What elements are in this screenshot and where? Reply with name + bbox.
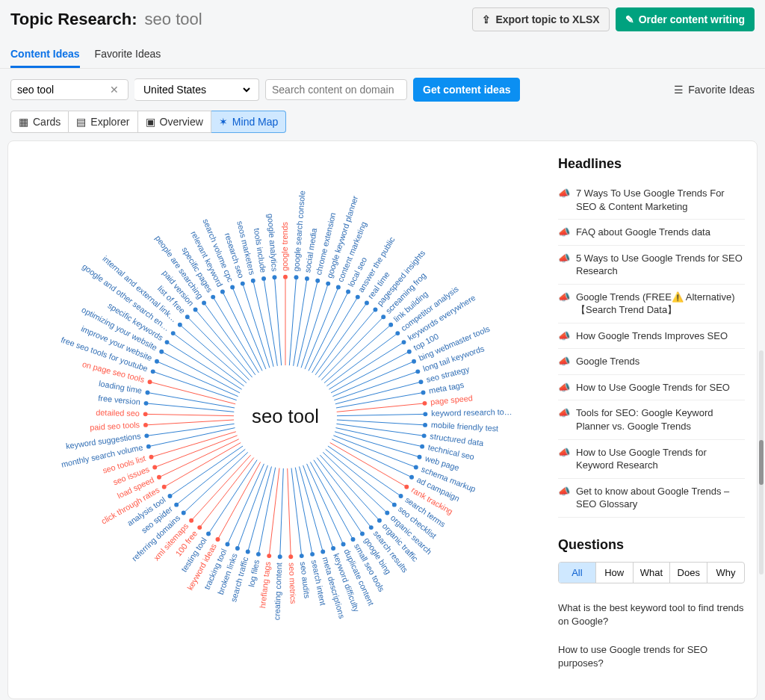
- spoke-dot: [423, 412, 427, 416]
- spoke-line: [291, 468, 302, 557]
- spoke-label[interactable]: mobile friendly test: [431, 420, 499, 433]
- spoke-label[interactable]: seo audits: [299, 561, 312, 599]
- spoke-line: [280, 468, 284, 557]
- spoke-label[interactable]: creating content: [272, 563, 283, 620]
- spoke-dot: [159, 350, 164, 354]
- scrollbar-thumb[interactable]: [759, 440, 764, 485]
- tab-content-ideas[interactable]: Content Ideas: [10, 42, 80, 68]
- spoke-line: [315, 303, 367, 375]
- headline-item[interactable]: 📣Google Trends (FREE⚠️ Alternative)【Sear…: [558, 285, 745, 323]
- spoke-line: [317, 458, 371, 528]
- spoke-dot: [185, 315, 190, 319]
- spoke-line: [323, 452, 387, 512]
- mindmap-svg: seo tool google trendsgoogle search cons…: [20, 150, 551, 684]
- spoke-label[interactable]: detailed seo: [96, 408, 140, 418]
- view-overview[interactable]: ▣ Overview: [138, 111, 211, 133]
- spoke-dot: [151, 369, 155, 374]
- spoke-line: [176, 449, 245, 504]
- clear-query-icon[interactable]: ✕: [107, 84, 122, 96]
- spoke-dot: [146, 391, 150, 395]
- spoke-line: [295, 468, 312, 554]
- spoke-label[interactable]: hreflang tags: [258, 561, 272, 609]
- spoke-line: [204, 303, 255, 375]
- spoke-dot: [267, 554, 271, 558]
- spoke-dot: [162, 485, 167, 489]
- spoke-dot: [356, 295, 360, 300]
- spoke-line: [320, 455, 380, 521]
- spoke-line: [146, 420, 234, 425]
- export-xlsx-label: Export topic to XLSX: [495, 13, 599, 25]
- headline-text: 5 Ways to Use Google Trends for SEO Rese…: [576, 252, 745, 278]
- spoke-dot: [315, 279, 320, 283]
- spoke-dot: [189, 518, 193, 523]
- country-select[interactable]: United States: [140, 83, 253, 96]
- spoke-label[interactable]: free version: [98, 394, 140, 406]
- headline-item[interactable]: 📣Tools for SEO: Google Keyword Planner v…: [558, 400, 745, 439]
- spoke-label[interactable]: keyword research to…: [431, 407, 512, 418]
- spoke-line: [149, 428, 235, 447]
- spoke-dot: [420, 445, 424, 449]
- headline-item[interactable]: 📣How to Use Google Trends for Keyword Re…: [558, 440, 745, 479]
- spoke-line: [269, 468, 279, 557]
- spoke-dot: [202, 301, 206, 306]
- spoke-dot: [144, 433, 149, 438]
- spoke-label[interactable]: page speed: [430, 394, 474, 406]
- explorer-icon: ▤: [76, 116, 86, 128]
- spoke-dot: [423, 401, 427, 406]
- spoke-label[interactable]: google trends: [280, 222, 289, 271]
- headline-item[interactable]: 📣Google Trends: [558, 349, 745, 375]
- headline-item[interactable]: 📣FAQ about Google Trends data: [558, 220, 745, 246]
- tab-favorite-ideas[interactable]: Favorite Ideas: [95, 42, 161, 68]
- headline-item[interactable]: 📣How to Use Google Trends for SEO: [558, 375, 745, 401]
- spoke-line: [337, 403, 425, 412]
- headline-item[interactable]: 📣7 Ways To Use Google Trends For SEO & C…: [558, 181, 745, 220]
- mindmap-area[interactable]: seo tool google trendsgoogle search cons…: [20, 150, 551, 684]
- view-mindmap[interactable]: ✶ Mind Map: [211, 111, 286, 133]
- view-explorer-label: Explorer: [90, 116, 129, 128]
- question-tab-why[interactable]: Why: [707, 563, 744, 583]
- main-panel: seo tool google trendsgoogle search cons…: [7, 140, 758, 699]
- spoke-line: [328, 446, 401, 496]
- order-content-button[interactable]: ✎ Order content writing: [616, 7, 755, 31]
- spoke-dot: [146, 445, 151, 449]
- query-input[interactable]: [17, 84, 107, 96]
- questions-title: Questions: [558, 537, 745, 553]
- spoke-label[interactable]: seo metrics: [288, 563, 298, 604]
- view-overview-label: Overview: [160, 116, 203, 128]
- headline-item[interactable]: 📣5 Ways to Use Google Trends for SEO Res…: [558, 246, 745, 285]
- spoke-line: [310, 462, 353, 539]
- spoke-dot: [392, 503, 397, 507]
- spoke-dot: [407, 350, 412, 354]
- spoke-dot: [369, 525, 374, 530]
- spoke-dot: [395, 331, 400, 335]
- spoke-label[interactable]: google analytics: [266, 213, 279, 272]
- spoke-dot: [226, 542, 230, 547]
- question-tab-all[interactable]: All: [559, 563, 596, 583]
- spoke-label[interactable]: log files: [247, 559, 261, 588]
- headline-item[interactable]: 📣Get to know about Google Trends – SEO G…: [558, 479, 745, 518]
- headline-item[interactable]: 📣How Google Trends Improves SEO: [558, 323, 745, 350]
- view-cards[interactable]: ▦ Cards: [10, 111, 69, 133]
- spoke-label[interactable]: paid seo tools: [90, 420, 140, 432]
- spoke-line: [146, 403, 235, 412]
- headline-text: How to Use Google Trends for Keyword Res…: [576, 446, 745, 472]
- spoke-line: [297, 281, 318, 367]
- spoke-line: [208, 460, 257, 534]
- question-tab-how[interactable]: How: [596, 563, 634, 583]
- question-tab-does[interactable]: Does: [670, 563, 707, 583]
- page-scrollbar[interactable]: [759, 350, 764, 574]
- question-item[interactable]: What is the best keyword tool to find tr…: [558, 594, 745, 636]
- get-content-ideas-button[interactable]: Get content ideas: [413, 78, 520, 102]
- headline-text: Google Trends (FREE⚠️ Alternative)【Searc…: [576, 291, 745, 317]
- export-xlsx-button[interactable]: ⇪ Export topic to XLSX: [472, 7, 609, 31]
- order-content-label: Order content writing: [639, 13, 745, 25]
- favorite-ideas-link[interactable]: ☰ Favorite Ideas: [674, 84, 755, 96]
- question-item[interactable]: How to use Google trends for SEO purpose…: [558, 636, 745, 678]
- spoke-dot: [216, 537, 220, 542]
- question-tab-what[interactable]: What: [634, 563, 671, 583]
- view-explorer[interactable]: ▤ Explorer: [69, 111, 137, 133]
- spoke-dot: [385, 511, 389, 515]
- headline-text: How to Use Google Trends for SEO: [576, 381, 730, 394]
- spoke-line: [332, 439, 412, 477]
- domain-input[interactable]: [272, 84, 400, 96]
